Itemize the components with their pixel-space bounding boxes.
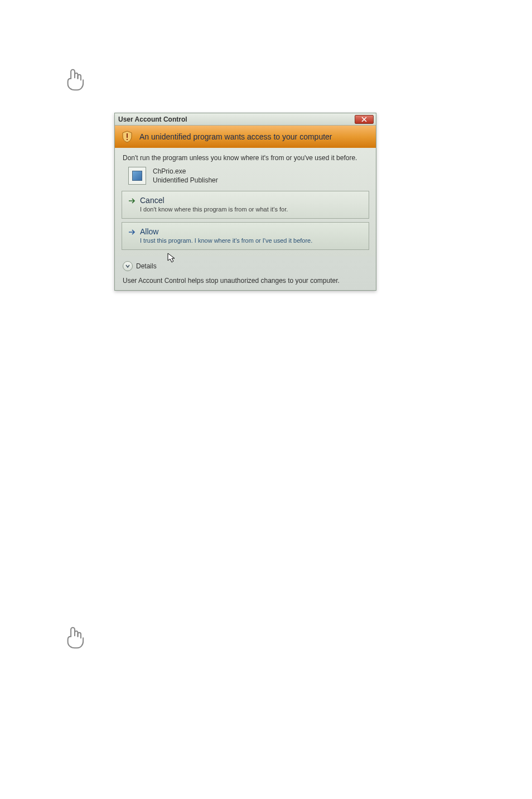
intro-text: Don't run the program unless you know wh… xyxy=(123,153,368,162)
details-toggle[interactable] xyxy=(123,261,133,271)
window-title: User Account Control xyxy=(118,115,355,123)
cancel-desc: I don't know where this program is from … xyxy=(140,206,363,213)
program-icon xyxy=(128,167,146,185)
svg-rect-1 xyxy=(127,139,128,140)
pointing-hand-icon xyxy=(62,625,87,649)
details-label: Details xyxy=(136,262,157,270)
program-info: ChPrio.exe Unidentified Publisher xyxy=(128,167,368,185)
chevron-down-icon xyxy=(125,263,130,269)
footer-text: User Account Control helps stop unauthor… xyxy=(115,273,376,290)
cancel-title: Cancel xyxy=(140,196,363,205)
details-row: Details xyxy=(115,257,376,273)
close-button[interactable] xyxy=(355,115,374,124)
allow-command[interactable]: Allow I trust this program. I know where… xyxy=(122,222,369,250)
dialog-body: Don't run the program unless you know wh… xyxy=(115,148,376,257)
cancel-command[interactable]: Cancel I don't know where this program i… xyxy=(122,191,369,219)
close-icon xyxy=(361,117,367,122)
arrow-right-icon xyxy=(128,228,136,236)
uac-dialog: User Account Control An unidentified pro… xyxy=(114,113,376,291)
banner-text: An unidentified program wants access to … xyxy=(139,132,332,141)
warning-banner: An unidentified program wants access to … xyxy=(115,126,376,148)
svg-rect-0 xyxy=(127,133,128,138)
allow-title: Allow xyxy=(140,227,363,236)
titlebar: User Account Control xyxy=(115,113,376,126)
allow-desc: I trust this program. I know where it's … xyxy=(140,237,363,244)
program-publisher: Unidentified Publisher xyxy=(153,176,218,185)
program-name: ChPrio.exe xyxy=(153,167,218,176)
arrow-right-icon xyxy=(128,197,136,205)
shield-icon xyxy=(120,130,134,143)
pointing-hand-icon xyxy=(62,67,87,92)
